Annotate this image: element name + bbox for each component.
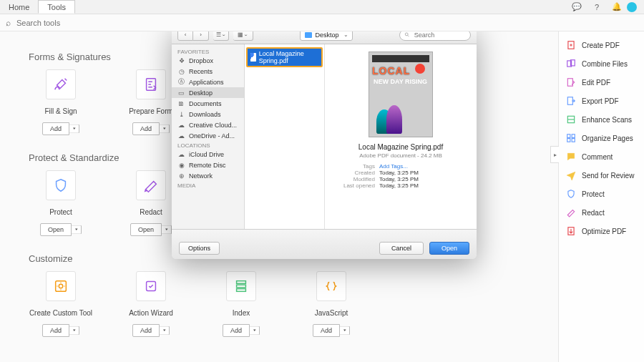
svg-rect-16 [567, 139, 570, 142]
sidebar-item-downloads[interactable]: ⤓Downloads [172, 109, 244, 119]
add-button[interactable]: Add [42, 122, 69, 135]
svg-point-2 [59, 284, 63, 288]
open-button[interactable]: Open [40, 223, 72, 236]
dialog-search[interactable] [399, 31, 471, 41]
collapse-handle[interactable]: ▸ [550, 146, 559, 163]
tab-tools[interactable]: Tools [38, 0, 75, 14]
rail-optimize[interactable]: Optimize PDF [559, 222, 644, 240]
meta-key: Last opened [332, 182, 375, 189]
rail-create-pdf[interactable]: Create PDF [559, 36, 644, 54]
disc-icon: ◉ [177, 161, 185, 169]
index-icon [226, 271, 256, 301]
file-selected[interactable]: Local Magazine Spring.pdf [246, 47, 323, 67]
icloud-icon: ☁ [177, 150, 185, 158]
apps-icon: Ⓐ [177, 78, 185, 86]
organize-icon [566, 133, 576, 143]
open-button[interactable]: Open [429, 242, 469, 255]
options-button[interactable]: Options [179, 242, 220, 255]
download-icon: ⤓ [177, 110, 185, 118]
sidebar-heading-media: Media [172, 181, 244, 189]
search-icon [404, 31, 410, 38]
tool-javascript[interactable]: JavaScript Add▾ [299, 271, 364, 337]
chevron-down-icon[interactable]: ▾ [250, 326, 260, 336]
rail-organize-pages[interactable]: Organize Pages [559, 129, 644, 147]
rail-send-review[interactable]: Send for Review [559, 166, 644, 185]
doc-icon: 🗎 [177, 99, 185, 107]
sidebar-item-desktop[interactable]: ▭Desktop [172, 87, 244, 98]
chevron-down-icon[interactable]: ▾ [160, 326, 170, 336]
chat-icon[interactable]: 💬 [571, 1, 582, 13]
sidebar-item-creative-cloud[interactable]: ☁Creative Cloud... [172, 119, 244, 130]
sidebar-item-network[interactable]: ⊕Network [172, 170, 244, 181]
sidebar-item-recents[interactable]: ◷Recents [172, 66, 244, 77]
add-button[interactable]: Add [42, 324, 69, 337]
cancel-button[interactable]: Cancel [379, 242, 424, 255]
add-button[interactable]: Add [223, 324, 250, 337]
tab-home[interactable]: Home [0, 0, 38, 14]
rail-enhance-scans[interactable]: Enhance Scans [559, 110, 644, 129]
tool-label: Create Custom Tool [29, 305, 92, 320]
rail-redact[interactable]: Redact [559, 203, 644, 222]
meta-val: Today, 3:25 PM [379, 182, 419, 189]
svg-rect-14 [567, 134, 570, 138]
back-button[interactable]: ‹ [177, 31, 193, 41]
avatar[interactable] [627, 2, 637, 12]
sidebar-item-applications[interactable]: ⒶApplications [172, 77, 244, 87]
add-tags-link[interactable]: Add Tags... [379, 163, 408, 170]
view-columns-button[interactable]: ☰ ⌄ [213, 31, 229, 41]
rail-export-pdf[interactable]: Export PDF [559, 92, 644, 110]
meta-val: Today, 3:25 PM [379, 170, 419, 176]
sidebar-item-dropbox[interactable]: ❖Dropbox [172, 55, 244, 66]
dialog-toolbar: ‹ › ☰ ⌄ ▦ ⌄ Desktop [172, 31, 477, 44]
group-button[interactable]: ▦ ⌄ [233, 31, 253, 41]
tool-label: JavaScript [315, 305, 348, 320]
chevron-down-icon[interactable]: ▾ [160, 124, 170, 134]
chevron-down-icon[interactable]: ▾ [69, 326, 79, 336]
tool-protect[interactable]: Protect Open▾ [29, 170, 93, 236]
chevron-down-icon[interactable]: ▾ [340, 326, 350, 336]
dialog-search-input[interactable] [413, 31, 466, 39]
clock-icon: ◷ [177, 67, 185, 75]
sidebar-heading-locations: Locations [172, 141, 244, 149]
fill-sign-icon [46, 69, 76, 99]
tool-action-wizard[interactable]: Action Wizard Add▾ [119, 271, 183, 337]
help-icon[interactable]: ? [591, 1, 602, 13]
toolbar-search-row: ⌕ [0, 14, 644, 31]
add-button[interactable]: Add [132, 122, 160, 135]
optimize-icon [566, 226, 576, 236]
cloud-icon: ☁ [177, 132, 185, 140]
sidebar-item-documents[interactable]: 🗎Documents [172, 98, 244, 109]
sidebar-item-onedrive[interactable]: ☁OneDrive - Ad... [172, 130, 244, 141]
tool-index[interactable]: Index Add▾ [209, 271, 273, 337]
meta-key: Tags [332, 163, 375, 170]
open-button[interactable]: Open [130, 223, 162, 236]
chevron-down-icon[interactable]: ▾ [72, 225, 82, 235]
svg-rect-15 [572, 134, 575, 138]
rail-comment[interactable]: Comment [559, 147, 644, 166]
network-icon: ⊕ [177, 172, 185, 180]
add-button[interactable]: Add [132, 324, 160, 337]
preview-text-rising: NEW DAY RISING [374, 78, 427, 85]
file-list-column: Local Magazine Spring.pdf [245, 44, 325, 229]
tool-label: Redact [140, 205, 162, 219]
forward-button[interactable]: › [193, 31, 209, 41]
send-icon [566, 170, 576, 180]
rail-protect[interactable]: Protect [559, 185, 644, 203]
comment-icon [566, 152, 576, 162]
rail-combine-files[interactable]: Combine Files [559, 54, 644, 73]
chevron-down-icon[interactable]: ▾ [162, 225, 172, 235]
chevron-down-icon[interactable]: ▾ [69, 124, 79, 134]
tool-fill-sign[interactable]: Fill & Sign Add▾ [29, 69, 93, 135]
desktop-icon: ▭ [177, 89, 185, 97]
sidebar-item-icloud[interactable]: ☁iCloud Drive [172, 149, 244, 160]
rail-edit-pdf[interactable]: Edit PDF [559, 73, 644, 92]
bell-icon[interactable]: 🔔 [611, 1, 623, 13]
meta-key: Created [332, 170, 375, 176]
tool-create-custom[interactable]: Create Custom Tool Add▾ [29, 271, 93, 337]
add-button[interactable]: Add [313, 324, 340, 337]
preview-thumbnail: LOCAL NEW DAY RISING [369, 52, 433, 137]
search-input[interactable] [15, 18, 158, 28]
sidebar-item-remotedisc[interactable]: ◉Remote Disc [172, 160, 244, 170]
location-dropdown[interactable]: Desktop [300, 31, 352, 41]
dialog-footer: Options Cancel Open [172, 229, 477, 259]
